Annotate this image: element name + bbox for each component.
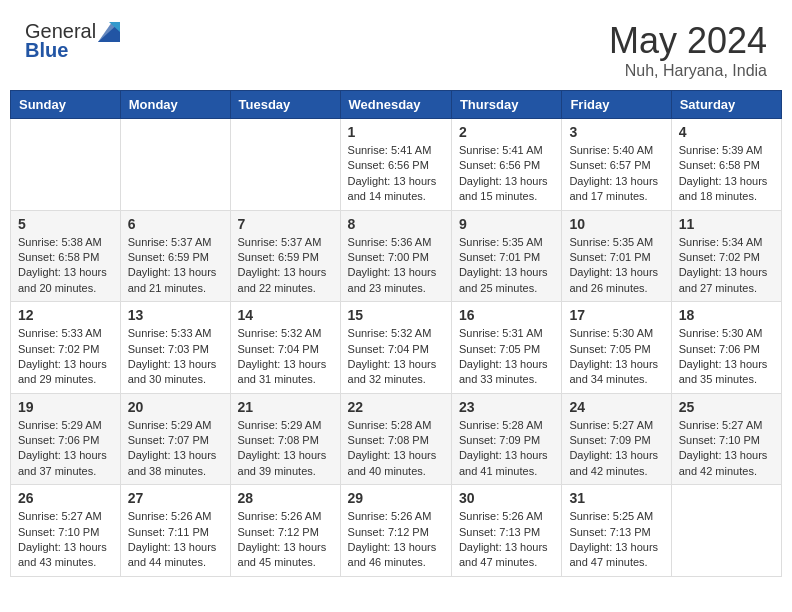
day-number: 3 — [569, 124, 663, 140]
day-info: Sunrise: 5:29 AM Sunset: 7:08 PM Dayligh… — [238, 418, 333, 480]
weekday-header-row: SundayMondayTuesdayWednesdayThursdayFrid… — [11, 91, 782, 119]
day-info: Sunrise: 5:28 AM Sunset: 7:08 PM Dayligh… — [348, 418, 444, 480]
calendar-week-row: 19Sunrise: 5:29 AM Sunset: 7:06 PM Dayli… — [11, 393, 782, 485]
day-number: 7 — [238, 216, 333, 232]
calendar-table: SundayMondayTuesdayWednesdayThursdayFrid… — [10, 90, 782, 577]
calendar-cell: 21Sunrise: 5:29 AM Sunset: 7:08 PM Dayli… — [230, 393, 340, 485]
day-number: 28 — [238, 490, 333, 506]
day-info: Sunrise: 5:26 AM Sunset: 7:12 PM Dayligh… — [348, 509, 444, 571]
calendar-cell: 24Sunrise: 5:27 AM Sunset: 7:09 PM Dayli… — [562, 393, 671, 485]
day-number: 10 — [569, 216, 663, 232]
day-number: 20 — [128, 399, 223, 415]
day-number: 17 — [569, 307, 663, 323]
day-info: Sunrise: 5:31 AM Sunset: 7:05 PM Dayligh… — [459, 326, 554, 388]
calendar-week-row: 1Sunrise: 5:41 AM Sunset: 6:56 PM Daylig… — [11, 119, 782, 211]
calendar-cell: 8Sunrise: 5:36 AM Sunset: 7:00 PM Daylig… — [340, 210, 451, 302]
day-number: 19 — [18, 399, 113, 415]
calendar-cell: 10Sunrise: 5:35 AM Sunset: 7:01 PM Dayli… — [562, 210, 671, 302]
day-number: 29 — [348, 490, 444, 506]
day-number: 8 — [348, 216, 444, 232]
day-number: 26 — [18, 490, 113, 506]
calendar-cell: 6Sunrise: 5:37 AM Sunset: 6:59 PM Daylig… — [120, 210, 230, 302]
calendar-week-row: 12Sunrise: 5:33 AM Sunset: 7:02 PM Dayli… — [11, 302, 782, 394]
calendar-cell: 15Sunrise: 5:32 AM Sunset: 7:04 PM Dayli… — [340, 302, 451, 394]
day-info: Sunrise: 5:34 AM Sunset: 7:02 PM Dayligh… — [679, 235, 774, 297]
day-info: Sunrise: 5:41 AM Sunset: 6:56 PM Dayligh… — [459, 143, 554, 205]
day-number: 11 — [679, 216, 774, 232]
day-info: Sunrise: 5:33 AM Sunset: 7:02 PM Dayligh… — [18, 326, 113, 388]
calendar-cell: 11Sunrise: 5:34 AM Sunset: 7:02 PM Dayli… — [671, 210, 781, 302]
calendar-cell — [120, 119, 230, 211]
day-number: 1 — [348, 124, 444, 140]
day-info: Sunrise: 5:35 AM Sunset: 7:01 PM Dayligh… — [569, 235, 663, 297]
day-number: 30 — [459, 490, 554, 506]
weekday-header-wednesday: Wednesday — [340, 91, 451, 119]
weekday-header-saturday: Saturday — [671, 91, 781, 119]
calendar-cell: 29Sunrise: 5:26 AM Sunset: 7:12 PM Dayli… — [340, 485, 451, 577]
day-number: 4 — [679, 124, 774, 140]
day-info: Sunrise: 5:27 AM Sunset: 7:10 PM Dayligh… — [679, 418, 774, 480]
logo: General Blue — [25, 20, 120, 62]
day-number: 14 — [238, 307, 333, 323]
weekday-header-monday: Monday — [120, 91, 230, 119]
calendar-cell: 28Sunrise: 5:26 AM Sunset: 7:12 PM Dayli… — [230, 485, 340, 577]
calendar-cell: 14Sunrise: 5:32 AM Sunset: 7:04 PM Dayli… — [230, 302, 340, 394]
calendar-cell: 20Sunrise: 5:29 AM Sunset: 7:07 PM Dayli… — [120, 393, 230, 485]
day-info: Sunrise: 5:29 AM Sunset: 7:06 PM Dayligh… — [18, 418, 113, 480]
day-info: Sunrise: 5:27 AM Sunset: 7:10 PM Dayligh… — [18, 509, 113, 571]
calendar-cell: 7Sunrise: 5:37 AM Sunset: 6:59 PM Daylig… — [230, 210, 340, 302]
calendar-cell: 26Sunrise: 5:27 AM Sunset: 7:10 PM Dayli… — [11, 485, 121, 577]
day-info: Sunrise: 5:32 AM Sunset: 7:04 PM Dayligh… — [348, 326, 444, 388]
calendar-cell: 18Sunrise: 5:30 AM Sunset: 7:06 PM Dayli… — [671, 302, 781, 394]
calendar-cell: 30Sunrise: 5:26 AM Sunset: 7:13 PM Dayli… — [451, 485, 561, 577]
day-info: Sunrise: 5:37 AM Sunset: 6:59 PM Dayligh… — [238, 235, 333, 297]
title-block: May 2024 Nuh, Haryana, India — [609, 20, 767, 80]
day-info: Sunrise: 5:26 AM Sunset: 7:13 PM Dayligh… — [459, 509, 554, 571]
calendar-cell: 19Sunrise: 5:29 AM Sunset: 7:06 PM Dayli… — [11, 393, 121, 485]
day-info: Sunrise: 5:35 AM Sunset: 7:01 PM Dayligh… — [459, 235, 554, 297]
logo-icon — [98, 22, 120, 42]
day-number: 24 — [569, 399, 663, 415]
day-info: Sunrise: 5:39 AM Sunset: 6:58 PM Dayligh… — [679, 143, 774, 205]
calendar-cell: 25Sunrise: 5:27 AM Sunset: 7:10 PM Dayli… — [671, 393, 781, 485]
calendar-cell: 16Sunrise: 5:31 AM Sunset: 7:05 PM Dayli… — [451, 302, 561, 394]
day-number: 21 — [238, 399, 333, 415]
calendar-cell: 31Sunrise: 5:25 AM Sunset: 7:13 PM Dayli… — [562, 485, 671, 577]
weekday-header-tuesday: Tuesday — [230, 91, 340, 119]
day-number: 5 — [18, 216, 113, 232]
weekday-header-sunday: Sunday — [11, 91, 121, 119]
calendar-cell: 22Sunrise: 5:28 AM Sunset: 7:08 PM Dayli… — [340, 393, 451, 485]
day-number: 9 — [459, 216, 554, 232]
day-info: Sunrise: 5:25 AM Sunset: 7:13 PM Dayligh… — [569, 509, 663, 571]
day-number: 23 — [459, 399, 554, 415]
day-info: Sunrise: 5:41 AM Sunset: 6:56 PM Dayligh… — [348, 143, 444, 205]
location-subtitle: Nuh, Haryana, India — [609, 62, 767, 80]
day-number: 22 — [348, 399, 444, 415]
calendar-week-row: 5Sunrise: 5:38 AM Sunset: 6:58 PM Daylig… — [11, 210, 782, 302]
day-info: Sunrise: 5:28 AM Sunset: 7:09 PM Dayligh… — [459, 418, 554, 480]
day-info: Sunrise: 5:27 AM Sunset: 7:09 PM Dayligh… — [569, 418, 663, 480]
day-info: Sunrise: 5:38 AM Sunset: 6:58 PM Dayligh… — [18, 235, 113, 297]
day-info: Sunrise: 5:30 AM Sunset: 7:06 PM Dayligh… — [679, 326, 774, 388]
page-header: General Blue May 2024 Nuh, Haryana, Indi… — [10, 10, 782, 85]
calendar-cell: 23Sunrise: 5:28 AM Sunset: 7:09 PM Dayli… — [451, 393, 561, 485]
day-number: 18 — [679, 307, 774, 323]
day-number: 27 — [128, 490, 223, 506]
day-number: 2 — [459, 124, 554, 140]
calendar-cell: 3Sunrise: 5:40 AM Sunset: 6:57 PM Daylig… — [562, 119, 671, 211]
calendar-cell: 27Sunrise: 5:26 AM Sunset: 7:11 PM Dayli… — [120, 485, 230, 577]
calendar-cell — [230, 119, 340, 211]
weekday-header-friday: Friday — [562, 91, 671, 119]
day-info: Sunrise: 5:32 AM Sunset: 7:04 PM Dayligh… — [238, 326, 333, 388]
calendar-cell: 9Sunrise: 5:35 AM Sunset: 7:01 PM Daylig… — [451, 210, 561, 302]
calendar-cell — [11, 119, 121, 211]
day-number: 15 — [348, 307, 444, 323]
calendar-cell: 4Sunrise: 5:39 AM Sunset: 6:58 PM Daylig… — [671, 119, 781, 211]
calendar-cell: 13Sunrise: 5:33 AM Sunset: 7:03 PM Dayli… — [120, 302, 230, 394]
day-number: 25 — [679, 399, 774, 415]
day-info: Sunrise: 5:33 AM Sunset: 7:03 PM Dayligh… — [128, 326, 223, 388]
calendar-cell: 1Sunrise: 5:41 AM Sunset: 6:56 PM Daylig… — [340, 119, 451, 211]
day-info: Sunrise: 5:37 AM Sunset: 6:59 PM Dayligh… — [128, 235, 223, 297]
day-number: 16 — [459, 307, 554, 323]
day-number: 6 — [128, 216, 223, 232]
